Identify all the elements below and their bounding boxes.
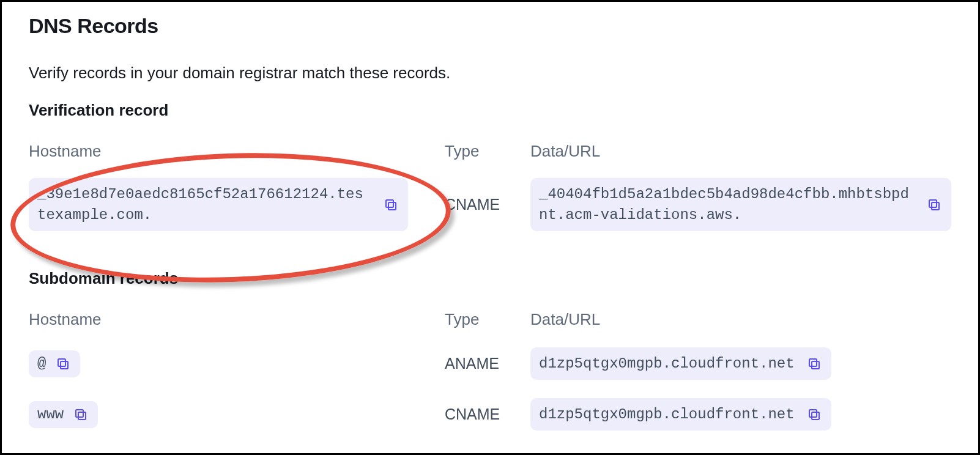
svg-rect-9 — [76, 410, 83, 417]
column-data-label: Data/URL — [530, 142, 951, 161]
verification-type-value: CNAME — [445, 187, 530, 222]
subdomain-data-value: d1zp5qtgx0mgpb.cloudfront.net — [539, 404, 795, 425]
subdomain-data-pill: d1zp5qtgx0mgpb.cloudfront.net — [530, 398, 831, 431]
copy-subdomain-hostname-button[interactable] — [72, 406, 89, 423]
svg-rect-6 — [812, 361, 819, 369]
svg-rect-2 — [932, 202, 939, 210]
verification-hostname-value: _39e1e8d7e0aedc8165cf52a176612124.testex… — [37, 184, 371, 225]
copy-icon — [56, 357, 70, 371]
subdomain-columns-row: Hostname Type Data/URL — [29, 310, 951, 346]
subdomain-type-value: ANAME — [445, 346, 530, 381]
copy-icon — [384, 198, 398, 212]
copy-subdomain-data-button[interactable] — [806, 355, 823, 372]
copy-subdomain-hostname-button[interactable] — [54, 355, 72, 372]
verification-columns-row: Hostname Type Data/URL — [29, 142, 951, 178]
dns-records-panel: DNS Records Verify records in your domai… — [0, 0, 980, 455]
column-hostname-label: Hostname — [29, 310, 445, 329]
svg-rect-7 — [809, 359, 817, 366]
svg-rect-3 — [929, 200, 937, 207]
subdomain-hostname-value: @ — [37, 355, 46, 372]
copy-subdomain-data-button[interactable] — [806, 406, 823, 423]
svg-rect-4 — [61, 361, 68, 369]
subdomain-hostname-pill: @ — [29, 350, 80, 377]
svg-rect-1 — [386, 200, 393, 207]
svg-rect-10 — [812, 412, 819, 420]
column-type-label: Type — [445, 142, 530, 161]
svg-rect-11 — [809, 410, 817, 417]
copy-icon — [807, 357, 822, 371]
copy-icon — [927, 198, 941, 212]
verification-heading: Verification record — [29, 101, 951, 120]
subdomain-data-value: d1zp5qtgx0mgpb.cloudfront.net — [539, 353, 795, 374]
subdomain-record-row: @ ANAME d1zp5qtgx0mgpb.cloudfront.net — [29, 346, 951, 381]
column-data-label: Data/URL — [530, 310, 951, 329]
svg-rect-8 — [78, 412, 86, 420]
subdomain-heading: Subdomain records — [29, 269, 951, 288]
column-type-label: Type — [445, 310, 530, 329]
column-hostname-label: Hostname — [29, 142, 445, 161]
subdomain-hostname-pill: www — [29, 401, 98, 428]
svg-rect-0 — [388, 202, 396, 210]
subdomain-data-pill: d1zp5qtgx0mgpb.cloudfront.net — [530, 347, 831, 380]
copy-verification-hostname-button[interactable] — [382, 196, 399, 213]
subdomain-type-value: CNAME — [445, 397, 530, 432]
copy-icon — [807, 407, 822, 422]
copy-verification-data-button[interactable] — [926, 196, 943, 213]
copy-icon — [73, 407, 88, 422]
verification-data-value: _40404fb1d5a2a1bdec5b4ad98de4cfbb.mhbtsb… — [539, 184, 915, 225]
svg-rect-5 — [58, 359, 65, 366]
subdomain-hostname-value: www — [37, 406, 64, 423]
verification-record-row: _39e1e8d7e0aedc8165cf52a176612124.testex… — [29, 178, 951, 231]
verification-hostname-pill: _39e1e8d7e0aedc8165cf52a176612124.testex… — [29, 178, 408, 231]
page-title: DNS Records — [29, 14, 951, 38]
page-description: Verify records in your domain registrar … — [29, 64, 951, 83]
subdomain-record-row: www CNAME d1zp5qtgx0mgpb.cloudfront.net — [29, 397, 951, 432]
verification-data-pill: _40404fb1d5a2a1bdec5b4ad98de4cfbb.mhbtsb… — [530, 178, 951, 231]
